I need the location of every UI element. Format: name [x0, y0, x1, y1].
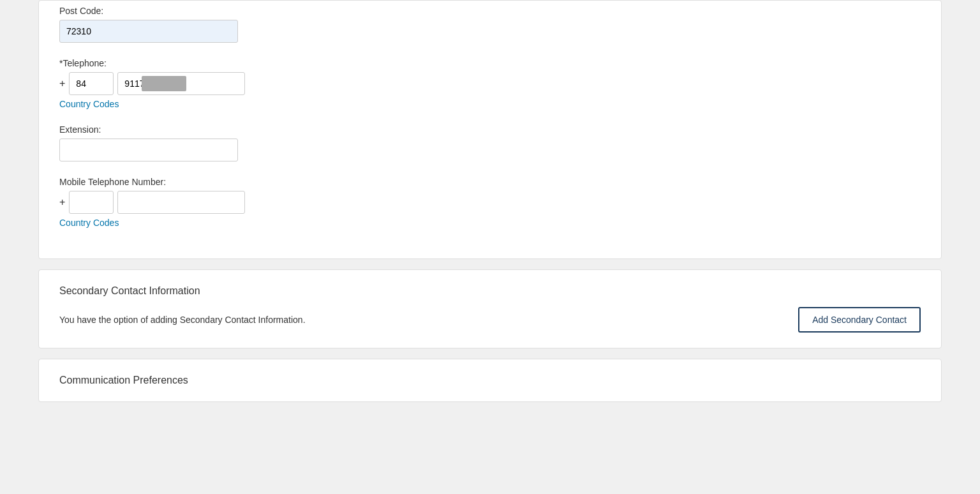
secondary-contact-body: You have the option of adding Secondary …: [59, 307, 921, 333]
mobile-country-code-input[interactable]: [69, 191, 114, 214]
telephone-phone-wrapper: [117, 72, 245, 95]
telephone-country-code-input[interactable]: [69, 72, 114, 95]
mobile-country-codes-link[interactable]: Country Codes: [59, 218, 119, 228]
mobile-telephone-row: +: [59, 191, 921, 214]
mobile-plus-sign: +: [59, 197, 65, 208]
telephone-row: +: [59, 72, 921, 95]
mobile-phone-number-input[interactable]: [117, 191, 245, 214]
mobile-telephone-group: Mobile Telephone Number: + Country Codes: [59, 177, 921, 228]
telephone-group: *Telephone: + Country Codes: [59, 58, 921, 109]
obscure-overlay: [142, 76, 186, 91]
secondary-contact-card: Secondary Contact Information You have t…: [38, 269, 942, 348]
extension-input[interactable]: [59, 138, 238, 161]
telephone-label: *Telephone:: [59, 58, 921, 68]
extension-label: Extension:: [59, 124, 921, 135]
page-wrapper: Post Code: *Telephone: + Country Codes E…: [0, 0, 980, 494]
add-secondary-contact-button[interactable]: Add Secondary Contact: [798, 307, 921, 333]
extension-group: Extension:: [59, 124, 921, 161]
mobile-telephone-label: Mobile Telephone Number:: [59, 177, 921, 187]
communication-preferences-card: Communication Preferences: [38, 359, 942, 402]
post-code-group: Post Code:: [59, 6, 921, 43]
post-code-label: Post Code:: [59, 6, 921, 16]
telephone-plus-sign: +: [59, 78, 65, 89]
secondary-contact-description: You have the option of adding Secondary …: [59, 315, 306, 325]
contact-info-card: Post Code: *Telephone: + Country Codes E…: [38, 0, 942, 259]
telephone-country-codes-link[interactable]: Country Codes: [59, 99, 119, 109]
secondary-contact-title: Secondary Contact Information: [59, 285, 921, 297]
post-code-input[interactable]: [59, 20, 238, 43]
communication-preferences-title: Communication Preferences: [59, 375, 921, 386]
